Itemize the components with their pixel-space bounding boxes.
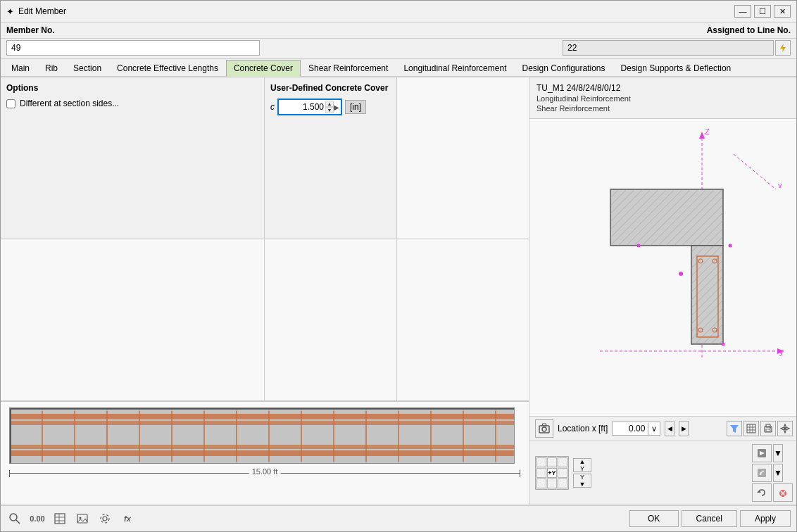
- clear-icon: [777, 487, 789, 498]
- apply-button[interactable]: Apply: [740, 510, 791, 527]
- tab-longitudinal[interactable]: Longitudinal Reinforcement: [396, 60, 514, 77]
- cancel-button[interactable]: Cancel: [682, 510, 737, 527]
- svg-rect-50: [747, 424, 755, 433]
- edit-options-button[interactable]: ▼: [773, 464, 783, 482]
- table-bottom-icon-svg: [54, 512, 66, 525]
- view-icon-button[interactable]: [535, 419, 553, 438]
- svg-point-60: [784, 427, 786, 430]
- tab-rib[interactable]: Rib: [37, 60, 65, 77]
- location-dropdown-arrow[interactable]: ∨: [648, 423, 660, 435]
- svg-text:v: v: [778, 181, 782, 189]
- action-buttons: ▼ ▼: [752, 444, 793, 502]
- action-row-3: [752, 483, 793, 502]
- section-info: TU_M1 24/8/24/8/0/12 Longitudinal Reinfo…: [529, 77, 796, 119]
- svg-line-26: [734, 154, 776, 189]
- svg-rect-7: [11, 445, 514, 449]
- formula-bottom-icon[interactable]: fx: [119, 510, 136, 527]
- section-detail-2: Shear Reinforcement: [536, 104, 791, 113]
- tab-bar: Main Rib Section Concrete Effective Leng…: [1, 59, 796, 77]
- svg-rect-32: [610, 189, 723, 246]
- beam-length-label: 15.00 ft: [249, 467, 281, 476]
- close-button[interactable]: ✕: [774, 5, 791, 18]
- magnifier-icon: [8, 512, 21, 525]
- cover-arrow-btn[interactable]: ▶: [334, 103, 338, 111]
- undo-icon: [756, 487, 767, 498]
- maximize-button[interactable]: ☐: [754, 5, 771, 18]
- svg-text:Z: Z: [705, 127, 710, 136]
- location-next-button[interactable]: ▶: [679, 421, 689, 436]
- tab-concrete-cover[interactable]: Concrete Cover: [226, 60, 301, 77]
- action-row-2: ▼: [752, 464, 793, 482]
- tab-section[interactable]: Section: [65, 60, 109, 77]
- cover-increment-button[interactable]: ▲: [325, 101, 334, 107]
- settings-button[interactable]: [777, 421, 793, 436]
- render-button[interactable]: [752, 444, 772, 462]
- settings-bottom-icon[interactable]: [96, 510, 113, 527]
- table-icon: [746, 424, 756, 433]
- section-name: TU_M1 24/8/24/8/0/12: [536, 83, 791, 93]
- assigned-line-button[interactable]: [775, 40, 791, 56]
- image-icon: [76, 512, 89, 525]
- print-icon: [763, 424, 773, 433]
- location-value-input[interactable]: 0.00: [613, 422, 648, 435]
- view-controls: +Y ▲Y Y▼: [529, 441, 796, 505]
- filter-icon: [729, 424, 739, 433]
- svg-rect-76: [77, 514, 87, 523]
- clear-button[interactable]: [773, 483, 793, 502]
- location-input-wrapper: 0.00 ∨: [612, 422, 660, 436]
- image-bottom-icon[interactable]: [74, 510, 91, 527]
- edit-button[interactable]: [752, 464, 772, 482]
- render-icon: [756, 448, 767, 459]
- ok-button[interactable]: OK: [629, 510, 679, 527]
- view-cube[interactable]: +Y: [535, 456, 569, 490]
- location-prev-button[interactable]: ◀: [665, 421, 674, 436]
- tab-design-config[interactable]: Design Configurations: [514, 60, 613, 77]
- different-sides-checkbox[interactable]: [6, 99, 15, 108]
- member-number-input[interactable]: 49: [6, 40, 260, 56]
- undo-button[interactable]: [752, 483, 772, 502]
- empty-panel-mid-center: [265, 239, 397, 400]
- main-window: ✦ Edit Member — ☐ ✕ Member No. Assigned …: [0, 0, 797, 532]
- tab-concrete-effective[interactable]: Concrete Effective Lengths: [109, 60, 226, 77]
- y-rotate-up[interactable]: ▲Y: [573, 458, 591, 472]
- svg-point-44: [637, 244, 641, 248]
- print-button[interactable]: [760, 421, 776, 436]
- table-bottom-icon[interactable]: [51, 510, 68, 527]
- render-options-button[interactable]: ▼: [773, 444, 783, 462]
- tab-shear[interactable]: Shear Reinforcement: [301, 60, 396, 77]
- left-panels: Options Different at section sides... Us…: [1, 77, 529, 505]
- svg-marker-48: [542, 424, 546, 426]
- svg-rect-4: [11, 414, 514, 419]
- assigned-line-input[interactable]: 22: [563, 40, 774, 56]
- minimize-button[interactable]: —: [734, 5, 751, 18]
- search-bottom-icon[interactable]: [6, 510, 23, 527]
- svg-point-77: [80, 517, 82, 519]
- svg-point-58: [770, 427, 771, 429]
- member-label: Member No.: [6, 25, 55, 35]
- right-toolbar: [727, 421, 793, 436]
- filter-button[interactable]: [727, 421, 742, 436]
- svg-rect-5: [11, 421, 514, 425]
- options-title: Options: [6, 83, 258, 93]
- svg-rect-63: [758, 469, 766, 477]
- top-panels: Options Different at section sides... Us…: [1, 77, 529, 239]
- cover-value-input[interactable]: 1.500: [282, 102, 324, 112]
- number-bottom-icon[interactable]: 0.00: [29, 510, 46, 527]
- y-rotate-down[interactable]: Y▼: [573, 474, 591, 488]
- settings-icon: [780, 424, 790, 433]
- assigned-label: Assigned to Line No.: [707, 25, 791, 35]
- svg-point-70: [10, 514, 17, 521]
- different-sides-label: Different at section sides...: [20, 99, 119, 108]
- tab-design-supports[interactable]: Design Supports & Deflection: [613, 60, 739, 77]
- title-bar: ✦ Edit Member — ☐ ✕: [1, 1, 796, 23]
- svg-point-43: [729, 244, 732, 248]
- cover-input-row: c 1.500 ▲ ▼ ▶ [in]: [270, 99, 391, 115]
- bottom-icons: 0.00: [6, 510, 136, 527]
- cover-input-wrapper: 1.500 ▲ ▼ ▶: [277, 99, 342, 115]
- main-content: Options Different at section sides... Us…: [1, 77, 796, 505]
- table-button[interactable]: [743, 421, 759, 436]
- y-axis-controls: ▲Y Y▼: [573, 458, 591, 488]
- user-defined-title: User-Defined Concrete Cover: [270, 83, 391, 93]
- tab-main[interactable]: Main: [4, 60, 37, 77]
- cover-decrement-button[interactable]: ▼: [325, 107, 334, 113]
